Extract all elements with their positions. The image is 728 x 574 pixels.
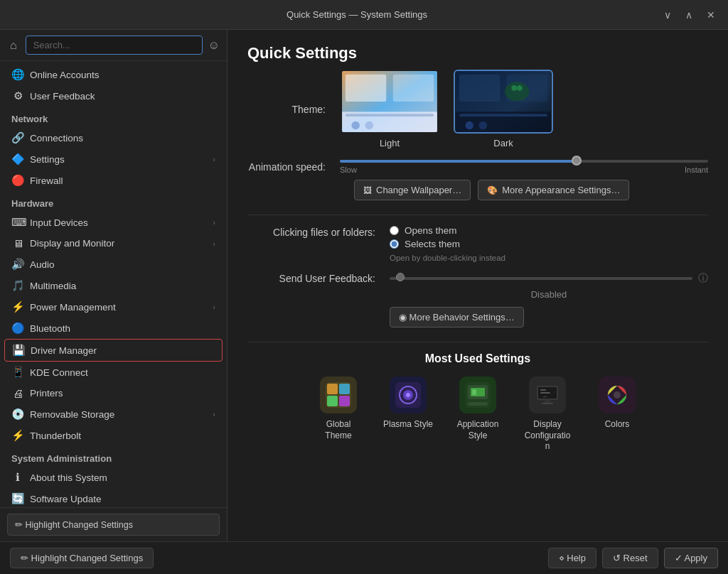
settings-icon: 🔷: [11, 153, 24, 166]
clicking-selects-option[interactable]: Selects them: [390, 239, 505, 249]
content-body: Theme:: [228, 70, 728, 541]
window-title: Quick Settings — System Settings: [53, 9, 661, 20]
sidebar-item-software-update[interactable]: 🔄 Software Update: [0, 488, 227, 507]
removable-storage-icon: 💿: [11, 408, 24, 421]
svg-rect-38: [540, 392, 550, 394]
theme-preview-light: [340, 70, 439, 134]
theme-card-dark[interactable]: Dark: [454, 70, 553, 148]
most-used-plasma-style[interactable]: Plasma Style: [383, 377, 433, 453]
feedback-thumb[interactable]: [396, 273, 405, 281]
input-devices-arrow-icon: ›: [213, 218, 215, 227]
sidebar-item-multimedia[interactable]: 🎵 Multimedia: [0, 275, 227, 296]
power-management-icon: ⚡: [11, 300, 24, 313]
sidebar-item-thunderbolt[interactable]: ⚡ Thunderbolt: [0, 425, 227, 446]
svg-rect-4: [346, 114, 434, 117]
minimize-button[interactable]: ∨: [661, 8, 674, 22]
most-used-grid: GlobalTheme Plasma Style: [247, 377, 708, 453]
svg-text:_: _: [543, 391, 547, 397]
svg-rect-11: [459, 114, 547, 117]
svg-point-25: [406, 393, 410, 397]
svg-rect-18: [327, 384, 338, 394]
appearance-buttons-row: 🖼 Change Wallpaper… 🎨 More Appearance Se…: [354, 180, 708, 200]
theme-options: Light: [340, 70, 553, 148]
change-wallpaper-button[interactable]: 🖼 Change Wallpaper…: [354, 180, 471, 200]
page-title: Quick Settings: [228, 30, 728, 70]
feedback-disabled-label: Disabled: [390, 289, 708, 300]
global-theme-label: GlobalTheme: [325, 419, 351, 441]
search-input[interactable]: [26, 36, 203, 55]
software-update-icon: 🔄: [11, 492, 24, 505]
sidebar-section-sysadmin: System Administration: [0, 446, 227, 467]
animation-slider-thumb[interactable]: [572, 156, 582, 166]
connections-icon: 🔗: [11, 131, 24, 144]
online-accounts-icon: 🌐: [11, 68, 24, 81]
animation-speed-label: Animation speed:: [247, 161, 340, 173]
more-appearance-settings-button[interactable]: 🎨 More Appearance Settings…: [478, 180, 629, 200]
kde-connect-icon: 📱: [11, 366, 24, 379]
most-used-application-style[interactable]: ApplicationStyle: [453, 377, 503, 453]
reset-button[interactable]: ↺ Reset: [602, 548, 658, 568]
about-system-icon: ℹ: [11, 471, 24, 484]
sidebar-item-audio[interactable]: 🔊 Audio: [0, 254, 227, 275]
theme-preview-dark: [454, 70, 553, 134]
svg-rect-21: [339, 396, 350, 406]
svg-point-16: [517, 85, 523, 91]
thunderbolt-icon: ⚡: [11, 429, 24, 442]
sidebar-item-removable-storage[interactable]: 💿 Removable Storage ›: [0, 404, 227, 425]
highlight-changed-settings-button[interactable]: ✏ Highlight Changed Settings: [7, 514, 220, 536]
svg-point-6: [365, 121, 373, 129]
sidebar-item-connections[interactable]: 🔗 Connections: [0, 127, 227, 148]
smiley-button[interactable]: ☺: [208, 39, 220, 52]
most-used-title: Most Used Settings: [247, 352, 708, 365]
clicking-behavior-label: Clicking files or folders:: [247, 225, 390, 238]
sidebar-item-firewall[interactable]: 🔴 Firewall: [0, 170, 227, 191]
close-button[interactable]: ✕: [704, 8, 718, 22]
apply-button[interactable]: ✓ Apply: [664, 548, 718, 568]
svg-rect-9: [459, 75, 500, 102]
more-behavior-settings-button[interactable]: ◉ More Behavior Settings…: [390, 307, 524, 327]
feedback-row: Send User Feedback: ⓘ: [247, 272, 708, 285]
window-controls: ∨ ∧ ✕: [661, 8, 718, 22]
wallpaper-icon: 🖼: [363, 185, 372, 195]
sidebar-item-online-accounts[interactable]: 🌐 Online Accounts: [0, 64, 227, 85]
audio-icon: 🔊: [11, 258, 24, 271]
most-used-global-theme[interactable]: GlobalTheme: [314, 377, 363, 453]
most-used-display-configuration[interactable]: _ DisplayConfiguration: [523, 377, 572, 453]
sidebar-item-printers[interactable]: 🖨 Printers: [0, 383, 227, 404]
svg-rect-30: [472, 389, 476, 395]
sidebar-item-user-feedback[interactable]: ⚙ User Feedback: [0, 85, 227, 107]
clicking-hint: Open by double-clicking instead: [390, 254, 505, 262]
plasma-style-icon: [390, 377, 427, 413]
input-devices-icon: ⌨: [11, 216, 24, 229]
svg-rect-20: [327, 396, 338, 406]
svg-rect-35: [542, 403, 553, 404]
sidebar-item-driver-manager[interactable]: 💾 Driver Manager: [4, 339, 223, 362]
application-style-label: ApplicationStyle: [457, 419, 499, 441]
sidebar-item-power-management[interactable]: ⚡ Power Management ›: [0, 296, 227, 318]
clicking-behavior-row: Clicking files or folders: Opens them Se…: [247, 225, 708, 262]
animation-instant-label: Instant: [685, 166, 708, 174]
svg-point-12: [465, 121, 473, 129]
sidebar-item-input-devices[interactable]: ⌨ Input Devices ›: [0, 212, 227, 233]
sidebar-item-settings[interactable]: 🔷 Settings ›: [0, 148, 227, 170]
clicking-opens-radio[interactable]: [390, 226, 399, 235]
separator-2: [247, 342, 708, 342]
theme-light-label: Light: [380, 138, 400, 148]
highlight-changed-settings-footer-button[interactable]: ✏ Highlight Changed Settings: [10, 548, 154, 568]
animation-slider-track: [340, 160, 708, 163]
theme-card-light[interactable]: Light: [340, 70, 439, 148]
sidebar: ⌂ ☺ 🌐 Online Accounts ⚙ User Feedback Ne…: [0, 30, 228, 541]
feedback-info-icon[interactable]: ⓘ: [698, 272, 708, 285]
help-button[interactable]: ⋄ Help: [548, 548, 596, 568]
clicking-opens-option[interactable]: Opens them: [390, 225, 505, 236]
sidebar-item-display-monitor[interactable]: 🖥 Display and Monitor ›: [0, 233, 227, 254]
sidebar-item-kde-connect[interactable]: 📱 KDE Connect: [0, 362, 227, 383]
home-button[interactable]: ⌂: [7, 38, 20, 53]
most-used-colors[interactable]: Colors: [592, 377, 642, 453]
sidebar-item-about-system[interactable]: ℹ About this System: [0, 467, 227, 488]
svg-rect-37: [540, 389, 546, 391]
maximize-button[interactable]: ∧: [682, 8, 695, 22]
sidebar-item-bluetooth[interactable]: 🔵 Bluetooth: [0, 318, 227, 339]
clicking-selects-radio[interactable]: [390, 239, 399, 249]
colors-label: Colors: [605, 419, 630, 430]
